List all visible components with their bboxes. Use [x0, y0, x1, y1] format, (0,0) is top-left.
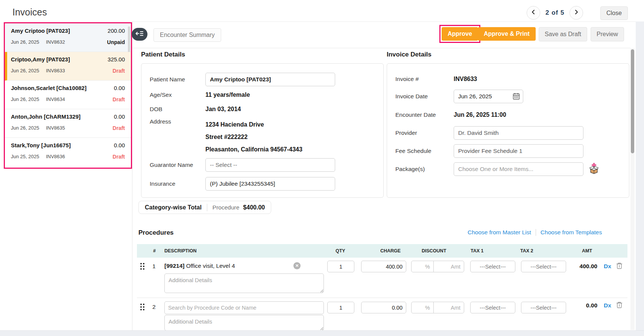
discount-amount-input[interactable]	[433, 302, 464, 313]
col-num: #	[153, 248, 156, 254]
category-amount: $400.00	[243, 204, 265, 211]
invoice-meta: Jun 26, 2025INV8633	[11, 68, 65, 74]
invoice-patient-name: Anton,John [ChARM1329]	[11, 113, 80, 120]
drag-handle-icon[interactable]	[140, 263, 144, 270]
procedure-search-input[interactable]	[164, 301, 324, 314]
invoice-amount: 325.00	[108, 56, 125, 63]
status-badge: Draft	[112, 68, 125, 74]
row-number: 1	[152, 263, 156, 270]
col-charge: CHARGE	[380, 248, 401, 254]
charge-input[interactable]	[361, 302, 406, 313]
procedures-title: Procedures	[138, 229, 174, 237]
toolbar-divider	[132, 48, 630, 48]
calendar-icon[interactable]	[513, 93, 520, 101]
dx-link[interactable]: Dx	[604, 302, 611, 309]
packages-label: Package(s)	[395, 166, 454, 173]
discount-percent-input[interactable]	[411, 302, 434, 313]
save-as-draft-button[interactable]: Save as Draft	[539, 27, 587, 41]
divider	[536, 229, 536, 236]
invoice-amount: 0.00	[114, 142, 125, 148]
approve-button[interactable]: Approve	[442, 27, 478, 41]
qty-input[interactable]	[327, 261, 354, 272]
col-amt: AMT	[582, 248, 592, 254]
patient-details-title: Patient Details	[141, 51, 185, 58]
additional-details-textarea[interactable]	[164, 273, 324, 293]
insurance-field[interactable]	[205, 177, 335, 191]
invoice-meta: Jun 26, 2025INV8634	[11, 96, 65, 102]
invoice-list-highlight-box: Amy Criptoo [PAT023] 200.00 Jun 26, 2025…	[4, 22, 132, 169]
page-count: 2 of 5	[545, 9, 564, 17]
choose-from-templates-link[interactable]: Choose from Templates	[541, 229, 602, 236]
charge-input[interactable]	[361, 261, 406, 272]
guarantor-label: Guarantor Name	[150, 162, 205, 168]
discount-group	[411, 261, 464, 272]
age-sex-label: Age/Sex	[150, 92, 205, 98]
approve-print-button[interactable]: Approve & Print	[478, 27, 536, 41]
invoice-list-item[interactable]: Amy Criptoo [PAT023] 200.00 Jun 26, 2025…	[5, 23, 131, 52]
status-badge: Unpaid	[107, 39, 125, 45]
procedure-description[interactable]: [99214] Office visit, Level 4 ✕	[164, 262, 301, 269]
fee-schedule-field[interactable]	[454, 144, 583, 158]
discount-group	[411, 302, 464, 313]
discount-amount-input[interactable]	[433, 261, 464, 272]
dob-value: Jan 03, 2014	[205, 106, 241, 113]
invoice-no-value: INV8633	[454, 76, 477, 82]
encounter-summary-button[interactable]: Encounter Summary	[153, 28, 221, 42]
invoice-amount: 200.00	[108, 27, 125, 34]
drag-handle-icon[interactable]	[140, 304, 144, 310]
prev-page-button[interactable]	[527, 6, 540, 20]
choose-from-master-list-link[interactable]: Choose from Master List	[468, 229, 531, 236]
patient-details-panel: Patient Name Age/Sex 11 years/female DOB…	[141, 63, 384, 198]
trash-icon[interactable]	[616, 262, 623, 271]
discount-percent-input[interactable]	[411, 261, 434, 272]
invoice-date-label: Invoice Date	[395, 93, 454, 100]
invoice-list-item-selected[interactable]: Criptoo,Amy [PAT023] 325.00 Jun 26, 2025…	[5, 52, 131, 81]
age-sex-value: 11 years/female	[205, 92, 250, 98]
close-button[interactable]: Close	[600, 6, 628, 20]
page-title: Invoices	[12, 7, 47, 18]
trash-icon[interactable]	[616, 301, 623, 310]
dob-label: DOB	[150, 106, 205, 113]
category-name: Procedure	[213, 204, 240, 211]
list-scrollbar[interactable]	[128, 26, 130, 53]
invoice-patient-name: Criptoo,Amy [PAT023]	[11, 56, 70, 63]
tax2-select[interactable]	[521, 302, 566, 313]
collapse-sidebar-button[interactable]	[132, 28, 147, 41]
invoice-amount: 0.00	[114, 85, 125, 91]
invoice-list-item[interactable]: Johnson,Scarlet [Cha10082] 0.00 Jun 26, …	[5, 81, 131, 109]
bottom-band	[0, 330, 644, 336]
invoice-list-item[interactable]: Stark,Tony [Jun16675] 0.00 Jun 25, 2025I…	[5, 138, 131, 166]
tax2-select[interactable]	[521, 261, 566, 272]
invoice-meta: Jun 26, 2025INV8632	[11, 39, 65, 45]
tax1-select[interactable]	[470, 261, 515, 272]
page-gutter	[636, 21, 644, 336]
provider-label: Provider	[395, 130, 454, 136]
next-page-button[interactable]	[570, 6, 583, 20]
package-icon[interactable]	[588, 163, 600, 176]
additional-details-textarea[interactable]	[164, 315, 324, 331]
amount-value: 0.00	[567, 302, 597, 309]
remove-procedure-icon[interactable]: ✕	[293, 262, 301, 269]
insurance-label: Insurance	[150, 180, 205, 187]
invoice-amount: 0.00	[114, 113, 125, 120]
address-value: 1234 Hacienda Drive Street #222222 Pleas…	[205, 118, 302, 156]
tax1-select[interactable]	[470, 302, 515, 313]
provider-field[interactable]	[454, 126, 583, 140]
row-number: 2	[152, 304, 156, 310]
qty-input[interactable]	[327, 302, 354, 313]
guarantor-select[interactable]	[205, 158, 335, 172]
main-scrollbar[interactable]	[631, 49, 634, 153]
invoice-patient-name: Johnson,Scarlet [Cha10082]	[11, 85, 87, 91]
row-divider	[137, 298, 627, 298]
invoice-list-item[interactable]: Anton,John [ChARM1329] 0.00 Jun 26, 2025…	[5, 109, 131, 138]
collapse-sidebar-icon	[135, 31, 144, 38]
status-badge: Draft	[112, 125, 125, 131]
col-tax2: TAX 2	[520, 248, 533, 254]
patient-name-field[interactable]	[205, 73, 335, 86]
preview-button[interactable]: Preview	[591, 27, 624, 41]
packages-field[interactable]	[454, 162, 583, 176]
approve-highlight-box: Approve	[439, 25, 480, 43]
encounter-date-label: Encounter Date	[395, 111, 454, 118]
dx-link[interactable]: Dx	[604, 263, 611, 270]
invoice-meta: Jun 26, 2025INV8635	[11, 125, 65, 131]
